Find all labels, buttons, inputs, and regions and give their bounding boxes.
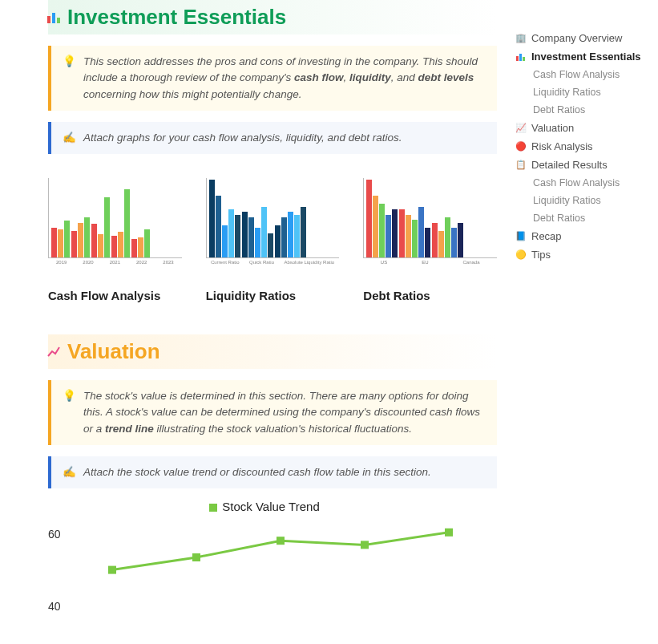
toc-icon: 🏢: [515, 33, 527, 44]
note-valuation-desc: 💡 The stock's value is determined in thi…: [48, 380, 497, 445]
bar: [281, 217, 287, 257]
lightbulb-icon: 💡: [63, 54, 75, 103]
x-label: Current Ratio: [211, 260, 240, 265]
bar: [294, 215, 300, 257]
chart-liquidity: Current RatioQuick RatioAbsolute Liquidi…: [206, 178, 340, 302]
bar: [366, 180, 372, 257]
x-label: 2019: [56, 260, 67, 265]
chart-caption: Liquidity Ratios: [206, 289, 340, 302]
bar: [451, 228, 457, 257]
x-label: Quick Ratio: [249, 260, 274, 265]
x-label: 2020: [83, 260, 93, 265]
section-title: Valuation: [67, 339, 160, 364]
bar: [124, 189, 130, 257]
toc-item[interactable]: Debt Ratios: [514, 209, 650, 227]
toc-label: Valuation: [531, 122, 574, 134]
toc-item[interactable]: 🏢Company Overview: [514, 29, 650, 47]
toc-item[interactable]: Investment Essentials: [514, 47, 650, 66]
toc-item[interactable]: 📘Recap: [514, 227, 650, 245]
toc-item[interactable]: Cash Flow Analysis: [514, 66, 650, 83]
svg-rect-5: [523, 57, 525, 61]
data-point: [192, 553, 200, 561]
chart-caption: Debt Ratios: [363, 289, 497, 302]
bar: [301, 207, 306, 257]
bar: [373, 196, 378, 257]
bar: [104, 197, 110, 257]
trend-icon: [48, 346, 59, 358]
svg-rect-1: [52, 13, 55, 23]
x-label: 2022: [136, 260, 147, 265]
toc-item[interactable]: Debt Ratios: [514, 101, 650, 119]
bar: [255, 228, 260, 257]
bar: [118, 232, 123, 257]
note-text: The stock's value is determined in this …: [83, 388, 486, 437]
bar: [138, 237, 143, 257]
toc-label: Recap: [531, 230, 562, 242]
x-label: US: [381, 260, 387, 265]
bar: [228, 209, 234, 257]
toc-label: Debt Ratios: [533, 104, 585, 115]
toc-item[interactable]: Liquidity Ratios: [514, 83, 650, 101]
bar: [412, 220, 418, 257]
toc-icon: 📋: [515, 160, 527, 171]
bar: [51, 228, 57, 258]
svg-rect-3: [516, 56, 519, 61]
charts-row: 20192020202120222023 Cash Flow Analysis …: [48, 178, 497, 302]
svg-rect-4: [519, 54, 522, 61]
y-tick: 60: [48, 528, 61, 541]
toc-item[interactable]: Liquidity Ratios: [514, 192, 650, 209]
data-point: [108, 566, 116, 574]
toc-item[interactable]: Cash Flow Analysis: [514, 174, 650, 192]
toc-label: Liquidity Ratios: [533, 195, 601, 206]
bar: [58, 229, 63, 257]
toc-label: Company Overview: [531, 32, 622, 44]
bar: [392, 209, 398, 257]
bar: [111, 236, 117, 257]
toc-label: Debt Ratios: [533, 213, 585, 224]
chart-debt: USEUCanada Debt Ratios: [363, 178, 497, 302]
y-tick: 40: [48, 600, 61, 613]
main-content: Investment Essentials 💡 This section add…: [0, 0, 497, 636]
note-text: Attach graphs for your cash flow analysi…: [83, 130, 402, 146]
x-label: Canada: [462, 260, 479, 265]
bar: [242, 212, 248, 257]
bar: [222, 225, 228, 257]
toc-item[interactable]: 🔴Risk Analysis: [514, 137, 650, 156]
bar: [131, 239, 137, 257]
data-point: [277, 537, 285, 545]
bars-icon: [48, 12, 59, 23]
bar: [98, 234, 103, 257]
toc-icon: 🔴: [515, 141, 527, 152]
toc-icon: [515, 51, 527, 63]
bar: [275, 225, 281, 257]
toc-item[interactable]: 📋Detailed Results: [514, 156, 650, 174]
chart-caption: Cash Flow Analysis: [48, 289, 182, 302]
bar: [432, 223, 438, 257]
svg-rect-0: [47, 16, 50, 23]
toc-icon: 📘: [515, 231, 527, 242]
bar: [418, 207, 424, 257]
bar: [91, 224, 97, 257]
bar: [288, 212, 293, 257]
note-valuation-attach: ✍️ Attach the stock value trend or disco…: [48, 456, 497, 488]
toc-label: Cash Flow Analysis: [533, 69, 620, 80]
toc-item[interactable]: 🟡Tips: [514, 245, 650, 264]
legend-marker: [209, 504, 217, 512]
note-investment-attach: ✍️ Attach graphs for your cash flow anal…: [48, 122, 497, 154]
svg-rect-2: [57, 18, 60, 23]
bar: [406, 215, 411, 257]
x-label: Absolute Liquidity Ratio: [284, 260, 334, 265]
x-label: 2023: [163, 260, 173, 265]
toc-label: Cash Flow Analysis: [533, 177, 620, 188]
lightbulb-icon: 💡: [63, 388, 75, 437]
toc-label: Liquidity Ratios: [533, 87, 601, 98]
bar: [235, 215, 240, 257]
bar: [144, 229, 150, 257]
note-investment-desc: 💡 This section addresses the pros and co…: [48, 46, 497, 111]
toc-item[interactable]: 📈Valuation: [514, 119, 650, 137]
bar: [268, 233, 273, 257]
toc-icon: 📈: [515, 123, 527, 134]
bar: [209, 180, 215, 257]
bar: [458, 223, 463, 257]
bar: [78, 223, 83, 257]
